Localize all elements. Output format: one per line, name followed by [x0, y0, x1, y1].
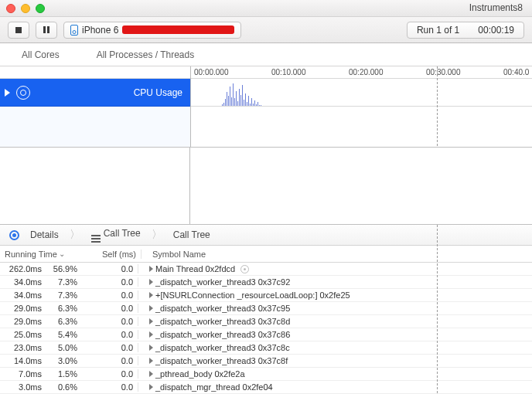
detail-label[interactable]: Details — [30, 229, 59, 240]
cell-pct: 7.3% — [45, 290, 82, 300]
cell-self: 0.0 — [87, 304, 138, 313]
chevron-icon: 〉 — [70, 228, 80, 242]
target-device: iPhone 6 — [82, 25, 118, 36]
cell-ms: 34.0ms — [2, 277, 45, 287]
filter-cores[interactable]: All Cores — [22, 49, 60, 60]
gear-icon[interactable] — [240, 265, 249, 273]
cell-symbol: _dispatch_worker_thread3 0x37c86 — [155, 330, 290, 339]
crumb-calltree-2[interactable]: Call Tree — [173, 229, 210, 240]
table-row[interactable]: 34.0ms7.3%0.0+[NSURLConnection _resource… — [0, 289, 532, 302]
cell-symbol: Main Thread 0x2fdcd — [155, 264, 235, 273]
cell-symbol: _dispatch_worker_thread3 0x37c8c — [155, 343, 290, 352]
track-area: CPU Usage 00:00.000 00:10.000 00:20.000 … — [0, 66, 532, 148]
tick: 00:10.000 — [271, 68, 306, 76]
cell-ms: 7.0ms — [2, 369, 45, 379]
table-row[interactable]: 3.0ms0.6%0.0_dispatch_mgr_thread 0x2fe04 — [0, 381, 532, 394]
table-row[interactable]: 25.0ms5.4%0.0_dispatch_worker_thread3 0x… — [0, 328, 532, 341]
cell-ms: 29.0ms — [2, 317, 45, 326]
disclosure-icon[interactable] — [149, 371, 153, 377]
cell-pct: 3.0% — [45, 356, 82, 365]
table-row[interactable]: 34.0ms7.3%0.0_dispatch_worker_thread3 0x… — [0, 276, 532, 289]
pause-icon — [43, 26, 49, 33]
cell-ms: 25.0ms — [2, 330, 45, 339]
cell-pct: 5.4% — [45, 330, 82, 339]
toolbar: iPhone 6 Run 1 of 1 00:00:19 — [0, 17, 532, 43]
tick: 00:40.0 — [503, 68, 529, 76]
track-gap-right — [190, 148, 532, 224]
record-button[interactable] — [8, 22, 29, 39]
table-row[interactable]: 29.0ms6.3%0.0_dispatch_worker_thread3 0x… — [0, 302, 532, 315]
tick: 00:20.000 — [349, 68, 384, 76]
crumb-calltree: Call Tree — [91, 228, 141, 243]
track-label: CPU Usage — [134, 87, 182, 98]
table-row[interactable]: 29.0ms6.3%0.0_dispatch_worker_thread3 0x… — [0, 315, 532, 328]
col-running-time[interactable]: Running Time⌄ — [3, 250, 90, 259]
cell-symbol: _dispatch_mgr_thread 0x2fe04 — [155, 382, 273, 392]
cell-symbol: _dispatch_worker_thread3 0x37c95 — [155, 304, 290, 313]
disclosure-icon[interactable] — [149, 358, 153, 364]
track-timeline[interactable]: 00:00.000 00:10.000 00:20.000 00:30.000 … — [190, 66, 532, 147]
record-icon — [15, 27, 22, 33]
minimize-icon[interactable] — [21, 4, 30, 13]
cell-pct: 56.9% — [45, 264, 82, 273]
filter-processes[interactable]: All Processes / Threads — [97, 49, 195, 60]
run-info[interactable]: Run 1 of 1 00:00:19 — [407, 22, 524, 39]
zoom-icon[interactable] — [36, 4, 45, 13]
cpu-graph[interactable] — [191, 79, 532, 107]
col-symbol[interactable]: Symbol Name — [141, 250, 532, 259]
cell-ms: 3.0ms — [2, 382, 45, 392]
time-ruler[interactable]: 00:00.000 00:10.000 00:20.000 00:30.000 … — [191, 66, 532, 79]
cell-self: 0.0 — [87, 277, 138, 287]
cell-ms: 29.0ms — [2, 304, 45, 313]
disclosure-icon[interactable] — [149, 266, 153, 272]
cpu-spikes — [222, 80, 261, 106]
target-selector[interactable]: iPhone 6 — [63, 22, 241, 39]
disclosure-icon[interactable] — [149, 305, 153, 311]
playhead[interactable] — [437, 66, 438, 394]
cell-self: 0.0 — [87, 264, 138, 273]
cell-self: 0.0 — [87, 317, 138, 326]
track-gap — [0, 148, 532, 225]
table-row[interactable]: 262.0ms56.9%0.0Main Thread 0x2fdcd — [0, 263, 532, 276]
redacted-area — [122, 25, 234, 34]
table-row[interactable]: 7.0ms1.5%0.0_pthread_body 0x2fe2a — [0, 368, 532, 381]
cell-symbol: +[NSURLConnection _resourceLoadLoop:] 0x… — [155, 290, 350, 300]
disclosure-icon[interactable] — [149, 279, 153, 285]
table-body: 262.0ms56.9%0.0Main Thread 0x2fdcd34.0ms… — [0, 263, 532, 394]
cell-ms: 23.0ms — [2, 343, 45, 352]
list-icon — [91, 235, 101, 243]
table-row[interactable]: 23.0ms5.0%0.0_dispatch_worker_thread3 0x… — [0, 341, 532, 355]
cell-pct: 0.6% — [45, 382, 82, 392]
disclosure-icon[interactable] — [149, 384, 153, 390]
cell-pct: 7.3% — [45, 277, 82, 287]
close-icon[interactable] — [6, 4, 15, 13]
disclosure-icon — [5, 89, 10, 97]
tick: 00:00.000 — [194, 68, 229, 76]
disclosure-icon[interactable] — [149, 331, 153, 338]
cell-pct: 1.5% — [45, 369, 82, 379]
cell-ms: 262.0ms — [2, 264, 45, 273]
tick: 00:30.000 — [426, 68, 461, 76]
graph-empty — [191, 107, 532, 147]
cell-self: 0.0 — [87, 330, 138, 339]
table-row[interactable]: 14.0ms3.0%0.0_dispatch_worker_thread3 0x… — [0, 355, 532, 368]
detail-icon[interactable] — [9, 230, 19, 240]
cell-self: 0.0 — [87, 356, 138, 365]
pause-button[interactable] — [36, 22, 57, 39]
filter-bar: All Cores All Processes / Threads — [0, 43, 532, 66]
cell-symbol: _dispatch_worker_thread3 0x37c8f — [155, 356, 288, 365]
detail-bar: Details 〉 Call Tree 〉 Call Tree — [0, 225, 532, 246]
cell-symbol: _pthread_body 0x2fe2a — [155, 369, 245, 379]
disclosure-icon[interactable] — [149, 345, 153, 351]
cell-ms: 34.0ms — [2, 290, 45, 300]
cell-pct: 6.3% — [45, 304, 82, 313]
track-sidebar: CPU Usage — [0, 66, 190, 147]
track-cpu-usage[interactable]: CPU Usage — [0, 79, 190, 107]
col-self[interactable]: Self (ms) — [90, 250, 141, 259]
disclosure-icon[interactable] — [149, 318, 153, 324]
cell-pct: 6.3% — [45, 317, 82, 326]
cell-self: 0.0 — [87, 382, 138, 392]
disclosure-icon[interactable] — [149, 292, 153, 298]
chevron-icon: 〉 — [152, 228, 162, 242]
titlebar: Instruments8 — [0, 0, 532, 17]
